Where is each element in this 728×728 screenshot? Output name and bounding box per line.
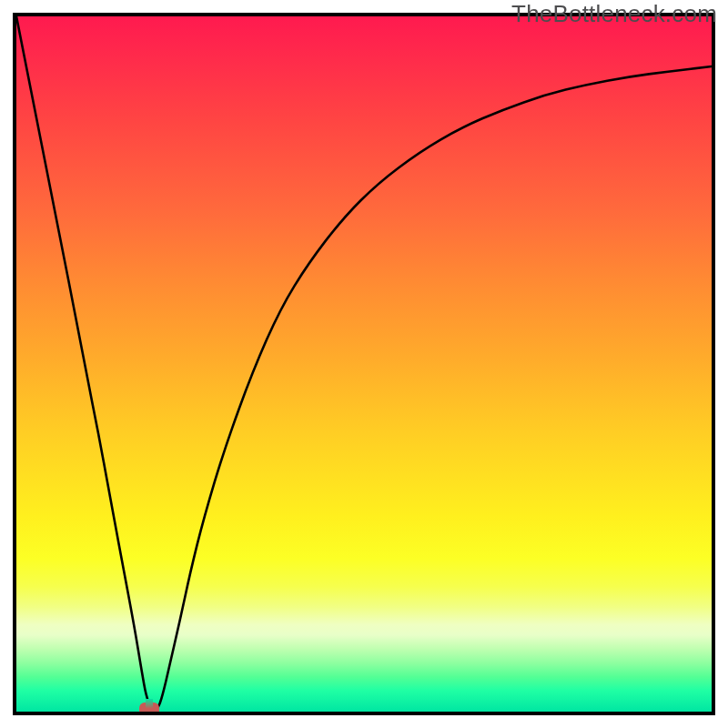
chart-plot-area <box>16 16 712 712</box>
chart-canvas: TheBottleneck.com <box>0 0 728 728</box>
bottleneck-curve-path <box>16 16 712 710</box>
chart-min-marker <box>139 703 159 712</box>
watermark-text: TheBottleneck.com <box>511 0 717 28</box>
chart-curve <box>16 16 712 712</box>
